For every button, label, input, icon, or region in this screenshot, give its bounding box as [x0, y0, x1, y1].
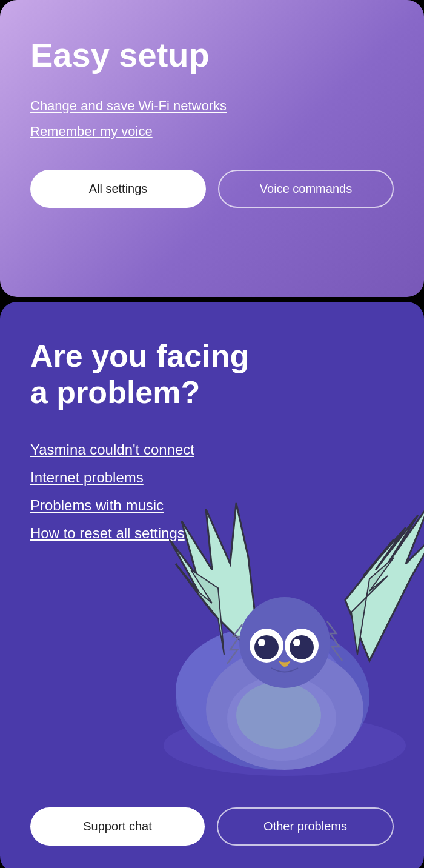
- other-problems-button[interactable]: Other problems: [217, 807, 394, 846]
- music-link[interactable]: Problems with music: [30, 497, 394, 514]
- internet-link[interactable]: Internet problems: [30, 469, 394, 486]
- voice-commands-button[interactable]: Voice commands: [218, 170, 394, 208]
- connect-link[interactable]: Yasmina couldn't connect: [30, 441, 394, 458]
- support-chat-button[interactable]: Support chat: [30, 807, 205, 846]
- svg-point-8: [254, 635, 279, 659]
- top-links-list: Change and save Wi-Fi networks Remember …: [30, 98, 394, 139]
- easy-setup-section: Easy setup Change and save Wi-Fi network…: [0, 0, 424, 297]
- reset-link[interactable]: How to reset all settings: [30, 525, 394, 542]
- voice-link[interactable]: Remember my voice: [30, 124, 394, 139]
- svg-point-12: [293, 639, 300, 646]
- all-settings-button[interactable]: All settings: [30, 170, 206, 208]
- bottom-links-list: Yasmina couldn't connect Internet proble…: [30, 441, 394, 542]
- problem-section: Are you facinga problem? Yasmina couldn'…: [0, 302, 424, 868]
- easy-setup-title: Easy setup: [30, 36, 394, 74]
- svg-point-9: [258, 639, 265, 646]
- top-buttons-group: All settings Voice commands: [30, 170, 394, 208]
- svg-point-11: [290, 635, 314, 659]
- bottom-buttons-group: Support chat Other problems: [30, 807, 394, 846]
- wifi-link[interactable]: Change and save Wi-Fi networks: [30, 98, 394, 114]
- problem-title: Are you facinga problem?: [30, 338, 394, 411]
- svg-point-5: [236, 682, 321, 749]
